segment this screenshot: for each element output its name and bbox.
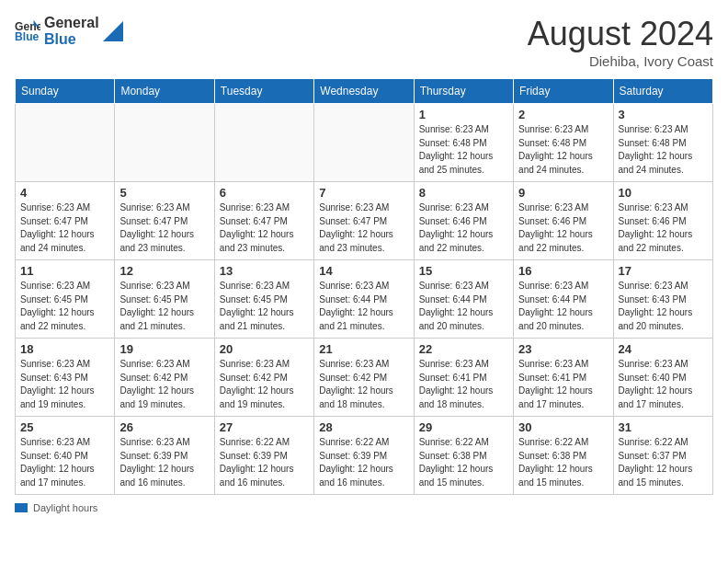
calendar-cell: 25Sunrise: 6:23 AMSunset: 6:40 PMDayligh… [16,417,115,495]
calendar-cell: 14Sunrise: 6:23 AMSunset: 6:44 PMDayligh… [314,260,414,339]
day-info: Sunrise: 6:23 AMSunset: 6:39 PMDaylight:… [119,436,209,489]
calendar-cell: 27Sunrise: 6:22 AMSunset: 6:39 PMDayligh… [214,417,313,495]
calendar-cell: 7Sunrise: 6:23 AMSunset: 6:47 PMDaylight… [314,182,414,260]
day-info: Sunrise: 6:23 AMSunset: 6:46 PMDaylight:… [619,201,708,255]
day-info: Sunrise: 6:23 AMSunset: 6:48 PMDaylight:… [419,123,508,177]
calendar-day-header: Thursday [414,79,513,104]
calendar-cell: 29Sunrise: 6:22 AMSunset: 6:38 PMDayligh… [414,417,513,495]
day-number: 14 [319,264,408,278]
calendar-cell: 4Sunrise: 6:23 AMSunset: 6:47 PMDaylight… [16,182,115,260]
day-number: 15 [419,264,508,278]
day-info: Sunrise: 6:22 AMSunset: 6:39 PMDaylight:… [319,436,408,489]
day-info: Sunrise: 6:23 AMSunset: 6:43 PMDaylight:… [619,280,708,333]
day-number: 19 [119,342,209,356]
calendar-day-header: Wednesday [314,79,414,104]
daylight-bar-icon [15,503,28,512]
calendar-cell: 16Sunrise: 6:23 AMSunset: 6:44 PMDayligh… [514,260,613,339]
calendar-cell: 15Sunrise: 6:23 AMSunset: 6:44 PMDayligh… [414,260,513,339]
calendar-week-row: 11Sunrise: 6:23 AMSunset: 6:45 PMDayligh… [16,260,713,339]
day-number: 2 [518,108,608,121]
calendar-day-header: Friday [514,79,613,104]
logo-triangle-icon [103,21,123,41]
day-info: Sunrise: 6:23 AMSunset: 6:46 PMDaylight:… [419,201,508,255]
calendar-table: SundayMondayTuesdayWednesdayThursdayFrid… [15,78,713,495]
day-info: Sunrise: 6:23 AMSunset: 6:41 PMDaylight:… [419,358,508,411]
day-number: 10 [619,186,708,200]
calendar-cell: 23Sunrise: 6:23 AMSunset: 6:41 PMDayligh… [514,339,613,417]
day-info: Sunrise: 6:23 AMSunset: 6:42 PMDaylight:… [220,358,309,411]
day-info: Sunrise: 6:23 AMSunset: 6:42 PMDaylight:… [119,358,209,411]
day-number: 20 [220,342,309,356]
calendar-cell: 9Sunrise: 6:23 AMSunset: 6:46 PMDaylight… [514,182,613,260]
calendar-cell: 18Sunrise: 6:23 AMSunset: 6:43 PMDayligh… [16,339,115,417]
day-info: Sunrise: 6:23 AMSunset: 6:45 PMDaylight:… [220,280,309,333]
day-info: Sunrise: 6:23 AMSunset: 6:44 PMDaylight:… [518,280,608,333]
calendar-week-row: 1Sunrise: 6:23 AMSunset: 6:48 PMDaylight… [16,104,713,182]
calendar-cell [314,104,414,182]
calendar-cell [16,104,115,182]
day-info: Sunrise: 6:23 AMSunset: 6:47 PMDaylight:… [119,201,209,255]
day-info: Sunrise: 6:23 AMSunset: 6:44 PMDaylight:… [319,280,408,333]
calendar-cell: 31Sunrise: 6:22 AMSunset: 6:37 PMDayligh… [613,417,712,495]
day-number: 9 [518,186,608,200]
day-number: 24 [619,342,708,356]
calendar-cell: 8Sunrise: 6:23 AMSunset: 6:46 PMDaylight… [414,182,513,260]
day-info: Sunrise: 6:23 AMSunset: 6:45 PMDaylight:… [119,280,209,333]
calendar-day-header: Sunday [16,79,115,104]
logo-general: General [44,15,99,31]
calendar-cell [115,104,214,182]
calendar-cell: 21Sunrise: 6:23 AMSunset: 6:42 PMDayligh… [314,339,414,417]
calendar-cell: 1Sunrise: 6:23 AMSunset: 6:48 PMDaylight… [414,104,513,182]
calendar-cell: 22Sunrise: 6:23 AMSunset: 6:41 PMDayligh… [414,339,513,417]
footer: Daylight hours [15,502,713,513]
day-info: Sunrise: 6:22 AMSunset: 6:38 PMDaylight:… [419,436,508,489]
calendar-week-row: 25Sunrise: 6:23 AMSunset: 6:40 PMDayligh… [16,417,713,495]
calendar-cell: 17Sunrise: 6:23 AMSunset: 6:43 PMDayligh… [613,260,712,339]
day-number: 3 [619,108,708,121]
day-number: 27 [220,420,309,434]
calendar-week-row: 4Sunrise: 6:23 AMSunset: 6:47 PMDaylight… [16,182,713,260]
day-info: Sunrise: 6:23 AMSunset: 6:47 PMDaylight:… [20,201,109,255]
calendar-cell: 13Sunrise: 6:23 AMSunset: 6:45 PMDayligh… [214,260,313,339]
day-number: 8 [419,186,508,200]
day-info: Sunrise: 6:22 AMSunset: 6:38 PMDaylight:… [518,436,608,489]
day-info: Sunrise: 6:23 AMSunset: 6:41 PMDaylight:… [518,358,608,411]
calendar-day-header: Saturday [613,79,712,104]
day-info: Sunrise: 6:23 AMSunset: 6:47 PMDaylight:… [319,201,408,255]
day-info: Sunrise: 6:23 AMSunset: 6:42 PMDaylight:… [319,358,408,411]
day-number: 1 [419,108,508,121]
calendar-week-row: 18Sunrise: 6:23 AMSunset: 6:43 PMDayligh… [16,339,713,417]
calendar-cell: 2Sunrise: 6:23 AMSunset: 6:48 PMDaylight… [514,104,613,182]
svg-text:Blue: Blue [15,30,40,43]
day-info: Sunrise: 6:23 AMSunset: 6:48 PMDaylight:… [518,123,608,177]
calendar-cell: 10Sunrise: 6:23 AMSunset: 6:46 PMDayligh… [613,182,712,260]
day-number: 29 [419,420,508,434]
day-info: Sunrise: 6:22 AMSunset: 6:37 PMDaylight:… [619,436,708,489]
title-block: August 2024 Diehiba, Ivory Coast [528,15,713,69]
day-number: 18 [20,342,109,356]
calendar-cell: 19Sunrise: 6:23 AMSunset: 6:42 PMDayligh… [115,339,214,417]
day-info: Sunrise: 6:23 AMSunset: 6:48 PMDaylight:… [619,123,708,177]
daylight-label: Daylight hours [33,502,97,513]
day-number: 7 [319,186,408,200]
day-number: 30 [518,420,608,434]
day-number: 5 [119,186,209,200]
calendar-cell: 30Sunrise: 6:22 AMSunset: 6:38 PMDayligh… [514,417,613,495]
calendar-cell: 28Sunrise: 6:22 AMSunset: 6:39 PMDayligh… [314,417,414,495]
calendar-cell: 26Sunrise: 6:23 AMSunset: 6:39 PMDayligh… [115,417,214,495]
day-number: 26 [119,420,209,434]
day-number: 16 [518,264,608,278]
calendar-cell: 20Sunrise: 6:23 AMSunset: 6:42 PMDayligh… [214,339,313,417]
calendar-cell [214,104,313,182]
day-number: 4 [20,186,109,200]
calendar-header-row: SundayMondayTuesdayWednesdayThursdayFrid… [16,79,713,104]
day-number: 11 [20,264,109,278]
day-number: 23 [518,342,608,356]
day-info: Sunrise: 6:23 AMSunset: 6:45 PMDaylight:… [20,280,109,333]
location-subtitle: Diehiba, Ivory Coast [528,53,713,69]
calendar-cell: 6Sunrise: 6:23 AMSunset: 6:47 PMDaylight… [214,182,313,260]
day-info: Sunrise: 6:23 AMSunset: 6:43 PMDaylight:… [20,358,109,411]
svg-marker-3 [103,21,123,41]
calendar-cell: 24Sunrise: 6:23 AMSunset: 6:40 PMDayligh… [613,339,712,417]
calendar-day-header: Tuesday [214,79,313,104]
